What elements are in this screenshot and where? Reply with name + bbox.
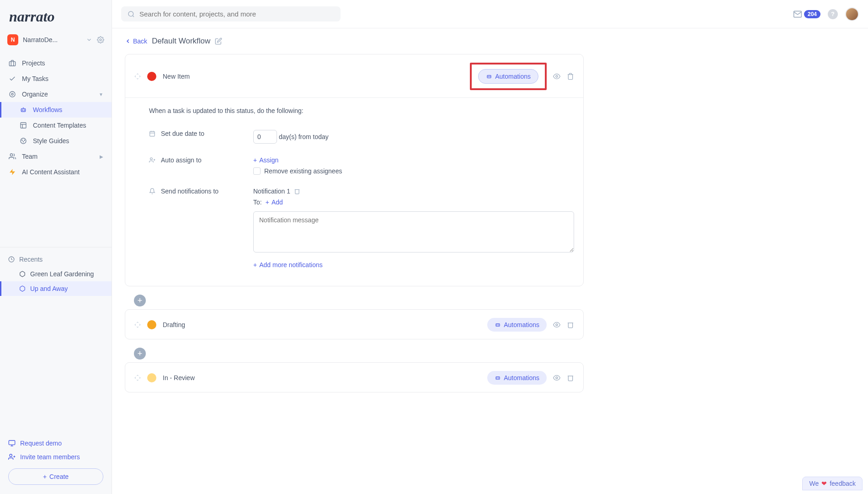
caret-right-icon: ▶	[100, 154, 103, 159]
sidebar-item-projects[interactable]: Projects	[0, 55, 112, 71]
status-body: When a task is updated to this status, d…	[125, 97, 583, 286]
request-demo-link[interactable]: Request demo	[8, 436, 103, 450]
svg-point-6	[24, 110, 24, 110]
sidebar-item-styleguides[interactable]: Style Guides	[0, 133, 112, 149]
caret-down-icon: ▼	[99, 92, 103, 97]
remove-assignees-checkbox[interactable]	[253, 167, 261, 175]
automations-button[interactable]: Automations	[487, 371, 547, 385]
feedback-pill[interactable]: We ❤ feedback	[802, 477, 863, 490]
recent-item-label: Green Leaf Gardening	[30, 270, 94, 278]
automations-button[interactable]: Automations	[478, 69, 538, 84]
status-header: In - Review Automations	[125, 363, 583, 392]
notification-title: Notification 1	[253, 188, 574, 195]
row-notifications: Send notifications to Notification 1 To:	[149, 181, 574, 275]
sidebar-item-label: AI Content Assistant	[22, 168, 80, 176]
help-icon[interactable]: ?	[828, 9, 838, 19]
sidebar-item-templates[interactable]: Content Templates	[0, 118, 112, 133]
status-color-dot	[147, 320, 156, 329]
notification-message-input[interactable]	[253, 211, 574, 252]
robot-icon	[19, 106, 27, 113]
cube-icon	[19, 271, 26, 277]
recents-heading: Recents	[0, 252, 112, 267]
invite-members-link[interactable]: Invite team members	[8, 450, 103, 464]
edit-icon[interactable]	[215, 38, 222, 45]
svg-rect-1	[9, 62, 15, 66]
status-name: Drafting	[163, 321, 481, 328]
chevron-down-icon[interactable]	[86, 37, 92, 43]
automations-button[interactable]: Automations	[487, 318, 547, 332]
status-header: Drafting Automations	[125, 310, 583, 339]
add-more-notifications-button[interactable]: + Add more notifications	[253, 261, 323, 268]
body-intro: When a task is updated to this status, d…	[149, 107, 574, 114]
row-auto-assign: Auto assign to + Assign Remove existing …	[149, 150, 574, 181]
svg-point-42	[497, 378, 497, 378]
sidebar-item-organize[interactable]: Organize ▼	[0, 86, 112, 102]
topbar: 204 ?	[112, 0, 868, 28]
sidebar-item-label: My Tasks	[22, 75, 48, 82]
svg-point-24	[128, 11, 133, 16]
create-button[interactable]: + Create	[8, 468, 103, 485]
workspace-name: NarratoDe...	[23, 36, 81, 43]
search-input[interactable]	[139, 10, 334, 18]
svg-point-43	[498, 378, 499, 378]
eye-icon[interactable]	[553, 374, 560, 381]
template-icon	[19, 122, 27, 129]
bell-icon	[149, 188, 156, 194]
svg-point-12	[22, 140, 22, 140]
svg-point-44	[556, 377, 558, 379]
drag-handle-icon[interactable]	[134, 375, 141, 381]
plus-icon: +	[266, 199, 269, 206]
status-color-dot	[147, 373, 156, 382]
sidebar-item-ai[interactable]: AI Content Assistant	[0, 164, 112, 180]
trash-icon[interactable]	[567, 321, 574, 328]
svg-point-5	[22, 110, 22, 110]
sidebar-item-label: Style Guides	[33, 137, 69, 145]
workspace-switcher[interactable]: N NarratoDe...	[0, 31, 112, 49]
back-link[interactable]: Back	[125, 38, 147, 45]
svg-point-3	[10, 91, 15, 97]
status-color-dot	[147, 72, 156, 81]
svg-point-0	[100, 39, 101, 41]
recent-item[interactable]: Green Leaf Gardening	[0, 267, 112, 281]
svg-rect-8	[21, 123, 26, 128]
eye-icon[interactable]	[553, 73, 560, 80]
clock-icon	[8, 256, 15, 263]
drag-handle-icon[interactable]	[134, 73, 141, 80]
gear-icon[interactable]	[97, 36, 104, 43]
status-card: New Item Automations When a task is upda…	[125, 54, 584, 286]
trash-icon[interactable]	[567, 73, 574, 80]
svg-point-29	[556, 75, 558, 77]
plus-icon: +	[253, 261, 257, 268]
row-due-date: Set due date to day(s) from today	[149, 124, 574, 150]
trash-icon[interactable]	[294, 188, 300, 194]
status-name: In - Review	[163, 374, 481, 381]
recent-item[interactable]: Up and Away	[0, 281, 112, 296]
due-days-input[interactable]	[253, 130, 277, 144]
svg-point-38	[497, 325, 497, 325]
assign-button[interactable]: + Assign	[253, 156, 278, 164]
highlight-annotation: Automations	[470, 63, 547, 90]
eye-icon[interactable]	[553, 321, 560, 328]
svg-point-39	[498, 325, 499, 325]
calendar-icon	[149, 130, 156, 137]
notifications[interactable]: 204	[793, 10, 820, 19]
sidebar-item-team[interactable]: Team ▶	[0, 149, 112, 164]
breadcrumb: Back Default Workflow	[125, 37, 584, 46]
sidebar-item-mytasks[interactable]: My Tasks	[0, 71, 112, 86]
heart-icon: ❤	[821, 480, 827, 487]
svg-marker-16	[10, 169, 15, 175]
avatar[interactable]	[845, 7, 859, 21]
svg-point-34	[150, 158, 153, 160]
sidebar-item-workflows[interactable]: Workflows	[0, 102, 112, 118]
status-name: New Item	[163, 73, 463, 80]
drag-handle-icon[interactable]	[134, 322, 141, 328]
add-status-button[interactable]: +	[134, 295, 146, 306]
search-icon	[128, 11, 135, 18]
add-recipient-button[interactable]: + Add	[266, 199, 283, 206]
add-status-button[interactable]: +	[134, 348, 146, 360]
monitor-icon	[8, 440, 16, 447]
search-box[interactable]	[121, 6, 341, 21]
svg-point-14	[23, 141, 23, 142]
svg-rect-18	[9, 440, 15, 445]
trash-icon[interactable]	[567, 374, 574, 381]
